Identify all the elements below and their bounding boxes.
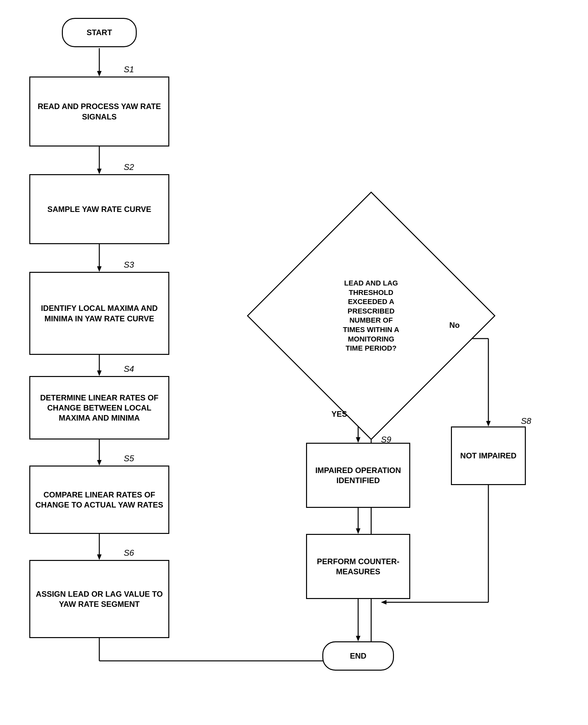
s10-text: PERFORM COUNTER-MEASURES [307,553,409,580]
s3-label: S3 [124,260,134,270]
s7-text: LEAD AND LAG THRESHOLD EXCEEDED A PRESCR… [339,279,404,353]
s4-label: S4 [124,364,134,374]
svg-marker-11 [97,554,102,560]
s5-label: S5 [124,453,134,464]
s5-box: COMPARE LINEAR RATES OF CHANGE TO ACTUAL… [29,466,169,534]
svg-marker-27 [356,636,360,641]
s8-text: NOT IMPAIRED [457,447,520,464]
svg-marker-20 [486,421,491,426]
s5-text: COMPARE LINEAR RATES OF CHANGE TO ACTUAL… [30,486,168,513]
s9-text: IMPAIRED OPERATION IDENTIFIED [307,462,409,489]
svg-marker-9 [97,460,102,466]
s3-box: IDENTIFY LOCAL MAXIMA AND MINIMA IN YAW … [29,272,169,355]
s4-text: DETERMINE LINEAR RATES OF CHANGE BETWEEN… [30,389,168,426]
svg-marker-7 [97,370,102,376]
svg-marker-3 [97,169,102,174]
svg-marker-25 [381,600,386,604]
start-label: START [83,24,115,41]
s8-box: NOT IMPAIRED [451,426,526,485]
s2-label: S2 [124,162,134,172]
s1-box: READ AND PROCESS YAW RATE SIGNALS [29,77,169,147]
svg-marker-22 [356,528,360,534]
svg-marker-5 [97,266,102,272]
s7-diamond: LEAD AND LAG THRESHOLD EXCEEDED A PRESCR… [247,191,496,440]
end-shape: END [322,641,394,670]
s1-label: S1 [124,64,134,74]
s1-text: READ AND PROCESS YAW RATE SIGNALS [30,98,168,125]
s6-label: S6 [124,548,134,558]
s4-box: DETERMINE LINEAR RATES OF CHANGE BETWEEN… [29,376,169,440]
s9-box: IMPAIRED OPERATION IDENTIFIED [306,443,410,508]
yes-label: YES [332,409,347,419]
start-shape: START [62,18,137,47]
svg-marker-1 [97,71,102,77]
no-label: No [449,321,460,330]
s10-box: PERFORM COUNTER-MEASURES [306,534,410,599]
s8-label: S8 [521,416,531,426]
end-label: END [347,647,370,664]
s6-text: ASSIGN LEAD OR LAG VALUE TO YAW RATE SEG… [30,586,168,612]
s2-text: SAMPLE YAW RATE CURVE [44,201,154,217]
svg-marker-17 [356,437,360,443]
s2-box: SAMPLE YAW RATE CURVE [29,174,169,244]
s6-box: ASSIGN LEAD OR LAG VALUE TO YAW RATE SEG… [29,560,169,638]
flowchart-diagram: START S1 READ AND PROCESS YAW RATE SIGNA… [0,0,588,725]
s3-text: IDENTIFY LOCAL MAXIMA AND MINIMA IN YAW … [30,300,168,326]
